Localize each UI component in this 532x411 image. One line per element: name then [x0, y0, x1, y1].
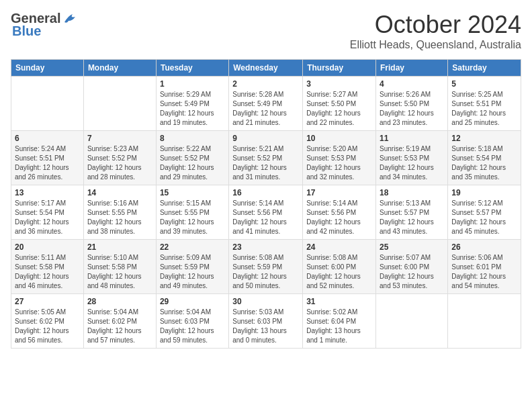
- cell-date: 21: [87, 242, 152, 252]
- cell-info: Sunrise: 5:04 AMSunset: 6:03 PMDaylight:…: [160, 308, 225, 345]
- calendar-cell: 22Sunrise: 5:09 AMSunset: 5:59 PMDayligh…: [156, 240, 228, 294]
- calendar-cell: [448, 294, 521, 349]
- cell-date: 23: [232, 242, 299, 252]
- calendar-cell: 8Sunrise: 5:22 AMSunset: 5:52 PMDaylight…: [156, 131, 228, 185]
- cell-info: Sunrise: 5:05 AMSunset: 6:02 PMDaylight:…: [15, 308, 80, 345]
- calendar-cell: 21Sunrise: 5:10 AMSunset: 5:58 PMDayligh…: [83, 240, 156, 294]
- calendar-cell: 10Sunrise: 5:20 AMSunset: 5:53 PMDayligh…: [303, 131, 376, 185]
- cell-date: 13: [15, 188, 80, 197]
- cell-date: 14: [87, 188, 152, 197]
- cell-info: Sunrise: 5:16 AMSunset: 5:55 PMDaylight:…: [87, 199, 152, 236]
- calendar-cell: 1Sunrise: 5:29 AMSunset: 5:49 PMDaylight…: [156, 77, 228, 131]
- page-header: General Blue October 2024 Elliott Heads,…: [11, 11, 521, 51]
- cell-date: 8: [160, 134, 225, 143]
- calendar-cell: 20Sunrise: 5:11 AMSunset: 5:58 PMDayligh…: [11, 240, 84, 294]
- location-title: Elliott Heads, Queensland, Australia: [350, 39, 521, 51]
- calendar-cell: 16Sunrise: 5:14 AMSunset: 5:56 PMDayligh…: [229, 185, 303, 240]
- header-wednesday: Wednesday: [229, 60, 303, 77]
- cell-info: Sunrise: 5:14 AMSunset: 5:56 PMDaylight:…: [306, 199, 372, 236]
- cell-date: 4: [380, 79, 444, 89]
- cell-date: 31: [306, 297, 372, 306]
- header-thursday: Thursday: [303, 60, 376, 77]
- calendar-cell: 18Sunrise: 5:13 AMSunset: 5:57 PMDayligh…: [376, 185, 448, 240]
- cell-date: 10: [306, 134, 372, 143]
- cell-date: 26: [451, 242, 517, 252]
- cell-date: 19: [451, 188, 517, 197]
- cell-date: 22: [160, 242, 225, 252]
- cell-info: Sunrise: 5:19 AMSunset: 5:53 PMDaylight:…: [380, 144, 444, 182]
- logo: General Blue: [11, 11, 78, 39]
- cell-info: Sunrise: 5:08 AMSunset: 5:59 PMDaylight:…: [232, 253, 299, 291]
- calendar-cell: 9Sunrise: 5:21 AMSunset: 5:52 PMDaylight…: [229, 131, 303, 185]
- header-saturday: Saturday: [448, 60, 521, 77]
- calendar-cell: 2Sunrise: 5:28 AMSunset: 5:49 PMDaylight…: [229, 77, 303, 131]
- cell-info: Sunrise: 5:23 AMSunset: 5:52 PMDaylight:…: [87, 144, 152, 182]
- cell-date: 15: [160, 188, 225, 197]
- cell-info: Sunrise: 5:29 AMSunset: 5:49 PMDaylight:…: [160, 90, 225, 128]
- cell-info: Sunrise: 5:27 AMSunset: 5:50 PMDaylight:…: [306, 90, 372, 128]
- cell-info: Sunrise: 5:28 AMSunset: 5:49 PMDaylight:…: [232, 90, 299, 128]
- cell-info: Sunrise: 5:02 AMSunset: 6:04 PMDaylight:…: [306, 308, 372, 345]
- calendar-cell: 28Sunrise: 5:04 AMSunset: 6:02 PMDayligh…: [83, 294, 156, 349]
- cell-info: Sunrise: 5:03 AMSunset: 6:03 PMDaylight:…: [232, 308, 299, 345]
- cell-date: 1: [160, 79, 225, 89]
- logo-bird-icon: [63, 13, 78, 25]
- cell-info: Sunrise: 5:10 AMSunset: 5:58 PMDaylight:…: [87, 253, 152, 291]
- cell-date: 30: [232, 297, 299, 306]
- cell-info: Sunrise: 5:26 AMSunset: 5:50 PMDaylight:…: [380, 90, 444, 128]
- header-row: SundayMondayTuesdayWednesdayThursdayFrid…: [11, 60, 521, 77]
- cell-info: Sunrise: 5:06 AMSunset: 6:01 PMDaylight:…: [451, 253, 517, 291]
- cell-info: Sunrise: 5:21 AMSunset: 5:52 PMDaylight:…: [232, 144, 299, 182]
- calendar-cell: [83, 77, 156, 131]
- header-monday: Monday: [83, 60, 156, 77]
- week-row-1: 1Sunrise: 5:29 AMSunset: 5:49 PMDaylight…: [11, 77, 521, 131]
- calendar-cell: 30Sunrise: 5:03 AMSunset: 6:03 PMDayligh…: [229, 294, 303, 349]
- calendar-cell: 4Sunrise: 5:26 AMSunset: 5:50 PMDaylight…: [376, 77, 448, 131]
- cell-date: 18: [380, 188, 444, 197]
- cell-date: 24: [306, 242, 372, 252]
- calendar-table: SundayMondayTuesdayWednesdayThursdayFrid…: [11, 59, 521, 349]
- calendar-cell: 5Sunrise: 5:25 AMSunset: 5:51 PMDaylight…: [448, 77, 521, 131]
- cell-info: Sunrise: 5:20 AMSunset: 5:53 PMDaylight:…: [306, 144, 372, 182]
- cell-date: 3: [306, 79, 372, 89]
- calendar-cell: [11, 77, 84, 131]
- calendar-cell: 11Sunrise: 5:19 AMSunset: 5:53 PMDayligh…: [376, 131, 448, 185]
- cell-info: Sunrise: 5:22 AMSunset: 5:52 PMDaylight:…: [160, 144, 225, 182]
- cell-info: Sunrise: 5:14 AMSunset: 5:56 PMDaylight:…: [232, 199, 299, 236]
- calendar-cell: 13Sunrise: 5:17 AMSunset: 5:54 PMDayligh…: [11, 185, 84, 240]
- cell-date: 2: [232, 79, 299, 89]
- calendar-cell: 23Sunrise: 5:08 AMSunset: 5:59 PMDayligh…: [229, 240, 303, 294]
- cell-date: 28: [87, 297, 152, 306]
- week-row-2: 6Sunrise: 5:24 AMSunset: 5:51 PMDaylight…: [11, 131, 521, 185]
- cell-info: Sunrise: 5:18 AMSunset: 5:54 PMDaylight:…: [451, 144, 517, 182]
- cell-date: 12: [451, 134, 517, 143]
- calendar-cell: 12Sunrise: 5:18 AMSunset: 5:54 PMDayligh…: [448, 131, 521, 185]
- cell-date: 29: [160, 297, 225, 306]
- cell-date: 5: [451, 79, 517, 89]
- calendar-cell: 19Sunrise: 5:12 AMSunset: 5:57 PMDayligh…: [448, 185, 521, 240]
- cell-date: 6: [15, 134, 80, 143]
- cell-date: 11: [380, 134, 444, 143]
- week-row-3: 13Sunrise: 5:17 AMSunset: 5:54 PMDayligh…: [11, 185, 521, 240]
- month-title: October 2024: [350, 11, 521, 39]
- cell-info: Sunrise: 5:25 AMSunset: 5:51 PMDaylight:…: [451, 90, 517, 128]
- cell-date: 27: [15, 297, 80, 306]
- calendar-cell: 15Sunrise: 5:15 AMSunset: 5:55 PMDayligh…: [156, 185, 228, 240]
- cell-info: Sunrise: 5:17 AMSunset: 5:54 PMDaylight:…: [15, 199, 80, 236]
- calendar-cell: 26Sunrise: 5:06 AMSunset: 6:01 PMDayligh…: [448, 240, 521, 294]
- cell-info: Sunrise: 5:04 AMSunset: 6:02 PMDaylight:…: [87, 308, 152, 345]
- calendar-cell: 27Sunrise: 5:05 AMSunset: 6:02 PMDayligh…: [11, 294, 84, 349]
- calendar-cell: 17Sunrise: 5:14 AMSunset: 5:56 PMDayligh…: [303, 185, 376, 240]
- cell-info: Sunrise: 5:12 AMSunset: 5:57 PMDaylight:…: [451, 199, 517, 236]
- calendar-cell: 6Sunrise: 5:24 AMSunset: 5:51 PMDaylight…: [11, 131, 84, 185]
- cell-date: 25: [380, 242, 444, 252]
- cell-info: Sunrise: 5:08 AMSunset: 6:00 PMDaylight:…: [306, 253, 372, 291]
- logo-blue: Blue: [12, 24, 41, 39]
- cell-date: 7: [87, 134, 152, 143]
- calendar-cell: 25Sunrise: 5:07 AMSunset: 6:00 PMDayligh…: [376, 240, 448, 294]
- cell-info: Sunrise: 5:07 AMSunset: 6:00 PMDaylight:…: [380, 253, 444, 291]
- calendar-cell: 14Sunrise: 5:16 AMSunset: 5:55 PMDayligh…: [83, 185, 156, 240]
- week-row-4: 20Sunrise: 5:11 AMSunset: 5:58 PMDayligh…: [11, 240, 521, 294]
- calendar-cell: 3Sunrise: 5:27 AMSunset: 5:50 PMDaylight…: [303, 77, 376, 131]
- header-sunday: Sunday: [11, 60, 84, 77]
